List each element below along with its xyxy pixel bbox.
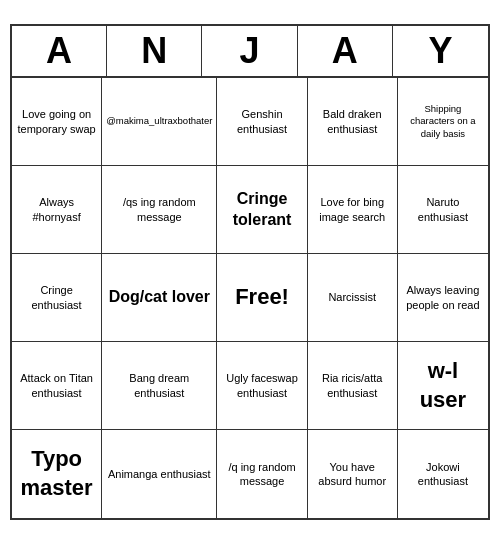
bingo-cell: w-l user <box>398 342 488 430</box>
header-letter: A <box>12 26 107 76</box>
bingo-cell: Bald draken enthusiast <box>308 78 398 166</box>
header-row: ANJAY <box>12 26 488 78</box>
bingo-card: ANJAY Love going on temporary swap@makim… <box>10 24 490 520</box>
bingo-cell: Narcissist <box>308 254 398 342</box>
bingo-cell: Always leaving people on read <box>398 254 488 342</box>
bingo-cell: Naruto enthusiast <box>398 166 488 254</box>
bingo-cell: Animanga enthusiast <box>102 430 217 518</box>
bingo-cell: /q ing random message <box>217 430 307 518</box>
header-letter: J <box>202 26 297 76</box>
bingo-cell: /qs ing random message <box>102 166 217 254</box>
bingo-cell: Shipping characters on a daily basis <box>398 78 488 166</box>
bingo-cell: Cringe enthusiast <box>12 254 102 342</box>
header-letter: Y <box>393 26 488 76</box>
bingo-cell: Bang dream enthusiast <box>102 342 217 430</box>
bingo-cell: Jokowi enthusiast <box>398 430 488 518</box>
bingo-cell: Typo master <box>12 430 102 518</box>
bingo-cell: @makima_ultraxbothater <box>102 78 217 166</box>
bingo-cell: Attack on Titan enthusiast <box>12 342 102 430</box>
bingo-cell: Free! <box>217 254 307 342</box>
header-letter: N <box>107 26 202 76</box>
bingo-grid: Love going on temporary swap@makima_ultr… <box>12 78 488 518</box>
bingo-cell: You have absurd humor <box>308 430 398 518</box>
bingo-cell: Ugly faceswap enthusiast <box>217 342 307 430</box>
bingo-cell: Love for bing image search <box>308 166 398 254</box>
bingo-cell: Love going on temporary swap <box>12 78 102 166</box>
bingo-cell: Cringe tolerant <box>217 166 307 254</box>
bingo-cell: Ria ricis/atta enthusiast <box>308 342 398 430</box>
bingo-cell: Genshin enthusiast <box>217 78 307 166</box>
header-letter: A <box>298 26 393 76</box>
bingo-cell: Dog/cat lover <box>102 254 217 342</box>
bingo-cell: Always #hornyasf <box>12 166 102 254</box>
